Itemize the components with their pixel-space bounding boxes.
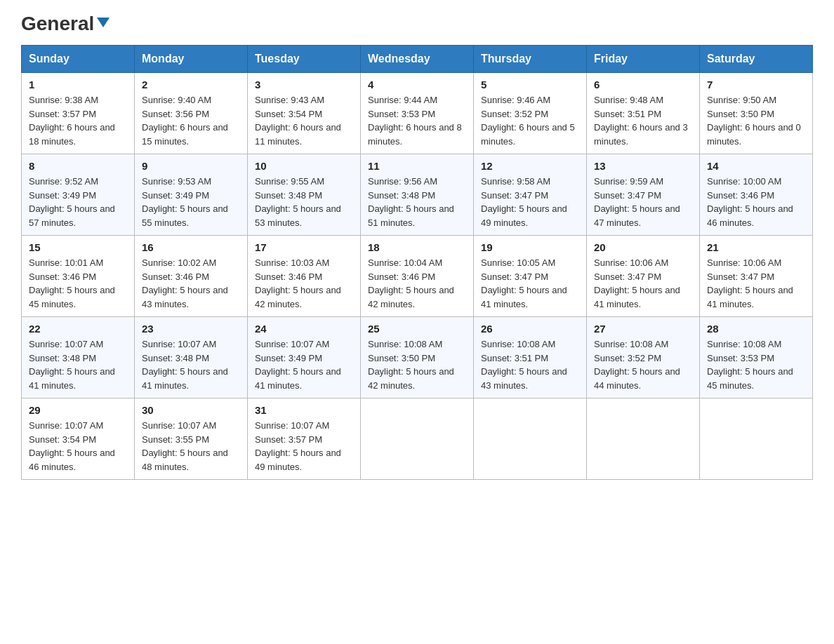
calendar-cell: 17 Sunrise: 10:03 AM Sunset: 3:46 PM Day… [248,236,361,317]
calendar-cell: 28 Sunrise: 10:08 AM Sunset: 3:53 PM Day… [700,317,813,398]
calendar-week-row: 29 Sunrise: 10:07 AM Sunset: 3:54 PM Day… [22,398,813,480]
day-info: Sunrise: 10:08 AM Sunset: 3:53 PM Daylig… [707,337,805,392]
day-number: 30 [142,404,240,416]
day-number: 22 [29,323,127,335]
day-number: 1 [29,79,127,90]
logo-general: General [21,14,94,34]
calendar-cell: 31 Sunrise: 10:07 AM Sunset: 3:57 PM Day… [248,398,361,480]
calendar-week-row: 1 Sunrise: 9:38 AM Sunset: 3:57 PM Dayli… [22,73,813,154]
day-info: Sunrise: 9:56 AM Sunset: 3:48 PM Dayligh… [368,175,466,229]
day-number: 17 [255,241,353,253]
day-info: Sunrise: 9:55 AM Sunset: 3:48 PM Dayligh… [255,175,353,229]
calendar-cell: 13 Sunrise: 9:59 AM Sunset: 3:47 PM Dayl… [587,154,700,236]
day-info: Sunrise: 10:08 AM Sunset: 3:51 PM Daylig… [481,337,579,392]
day-number: 15 [29,241,127,253]
day-number: 31 [255,404,353,416]
day-number: 11 [368,160,466,172]
day-info: Sunrise: 10:07 AM Sunset: 3:48 PM Daylig… [29,337,127,392]
header-friday: Friday [587,46,700,73]
day-number: 6 [594,79,692,90]
day-number: 9 [142,160,240,172]
day-number: 18 [368,241,466,253]
day-number: 5 [481,79,579,90]
day-number: 25 [368,323,466,335]
page-header: General [21,14,813,31]
calendar-cell: 1 Sunrise: 9:38 AM Sunset: 3:57 PM Dayli… [22,73,135,154]
day-info: Sunrise: 9:59 AM Sunset: 3:47 PM Dayligh… [594,175,692,229]
day-number: 7 [707,79,805,90]
day-info: Sunrise: 10:06 AM Sunset: 3:47 PM Daylig… [594,256,692,311]
day-number: 2 [142,79,240,90]
day-info: Sunrise: 10:07 AM Sunset: 3:54 PM Daylig… [29,419,127,474]
day-info: Sunrise: 9:46 AM Sunset: 3:52 PM Dayligh… [481,93,579,148]
calendar-header-row: SundayMondayTuesdayWednesdayThursdayFrid… [22,46,813,73]
day-info: Sunrise: 10:07 AM Sunset: 3:57 PM Daylig… [255,419,353,474]
calendar-cell: 24 Sunrise: 10:07 AM Sunset: 3:49 PM Day… [248,317,361,398]
day-info: Sunrise: 9:48 AM Sunset: 3:51 PM Dayligh… [594,93,692,148]
day-number: 20 [594,241,692,253]
calendar-cell: 25 Sunrise: 10:08 AM Sunset: 3:50 PM Day… [361,317,474,398]
day-number: 19 [481,241,579,253]
calendar-cell: 6 Sunrise: 9:48 AM Sunset: 3:51 PM Dayli… [587,73,700,154]
day-info: Sunrise: 10:07 AM Sunset: 3:48 PM Daylig… [142,337,240,392]
day-number: 24 [255,323,353,335]
day-info: Sunrise: 9:50 AM Sunset: 3:50 PM Dayligh… [707,93,805,148]
day-number: 4 [368,79,466,90]
day-info: Sunrise: 10:03 AM Sunset: 3:46 PM Daylig… [255,256,353,311]
day-info: Sunrise: 9:38 AM Sunset: 3:57 PM Dayligh… [29,93,127,148]
day-number: 13 [594,160,692,172]
day-info: Sunrise: 9:44 AM Sunset: 3:53 PM Dayligh… [368,93,466,148]
day-info: Sunrise: 10:05 AM Sunset: 3:47 PM Daylig… [481,256,579,311]
header-thursday: Thursday [474,46,587,73]
day-number: 14 [707,160,805,172]
day-info: Sunrise: 9:58 AM Sunset: 3:47 PM Dayligh… [481,175,579,229]
calendar-cell: 29 Sunrise: 10:07 AM Sunset: 3:54 PM Day… [22,398,135,480]
day-number: 8 [29,160,127,172]
calendar-cell: 26 Sunrise: 10:08 AM Sunset: 3:51 PM Day… [474,317,587,398]
day-info: Sunrise: 10:07 AM Sunset: 3:55 PM Daylig… [142,419,240,474]
calendar-cell: 2 Sunrise: 9:40 AM Sunset: 3:56 PM Dayli… [135,73,248,154]
calendar-cell: 23 Sunrise: 10:07 AM Sunset: 3:48 PM Day… [135,317,248,398]
day-info: Sunrise: 9:43 AM Sunset: 3:54 PM Dayligh… [255,93,353,148]
day-number: 29 [29,404,127,416]
header-saturday: Saturday [700,46,813,73]
day-number: 21 [707,241,805,253]
logo: General [21,14,111,31]
calendar-cell: 18 Sunrise: 10:04 AM Sunset: 3:46 PM Day… [361,236,474,317]
day-info: Sunrise: 10:01 AM Sunset: 3:46 PM Daylig… [29,256,127,311]
calendar-cell: 3 Sunrise: 9:43 AM Sunset: 3:54 PM Dayli… [248,73,361,154]
day-number: 23 [142,323,240,335]
day-info: Sunrise: 10:02 AM Sunset: 3:46 PM Daylig… [142,256,240,311]
day-info: Sunrise: 10:07 AM Sunset: 3:49 PM Daylig… [255,337,353,392]
calendar-cell: 19 Sunrise: 10:05 AM Sunset: 3:47 PM Day… [474,236,587,317]
calendar-week-row: 8 Sunrise: 9:52 AM Sunset: 3:49 PM Dayli… [22,154,813,236]
calendar-cell: 15 Sunrise: 10:01 AM Sunset: 3:46 PM Day… [22,236,135,317]
day-info: Sunrise: 10:08 AM Sunset: 3:52 PM Daylig… [594,337,692,392]
day-number: 12 [481,160,579,172]
calendar-cell: 30 Sunrise: 10:07 AM Sunset: 3:55 PM Day… [135,398,248,480]
calendar-cell: 22 Sunrise: 10:07 AM Sunset: 3:48 PM Day… [22,317,135,398]
calendar-cell: 12 Sunrise: 9:58 AM Sunset: 3:47 PM Dayl… [474,154,587,236]
day-info: Sunrise: 10:00 AM Sunset: 3:46 PM Daylig… [707,175,805,229]
day-number: 26 [481,323,579,335]
svg-marker-0 [97,18,110,27]
day-info: Sunrise: 9:40 AM Sunset: 3:56 PM Dayligh… [142,93,240,148]
day-number: 27 [594,323,692,335]
day-info: Sunrise: 9:52 AM Sunset: 3:49 PM Dayligh… [29,175,127,229]
calendar-cell: 16 Sunrise: 10:02 AM Sunset: 3:46 PM Day… [135,236,248,317]
day-number: 28 [707,323,805,335]
calendar-cell: 5 Sunrise: 9:46 AM Sunset: 3:52 PM Dayli… [474,73,587,154]
calendar-cell: 27 Sunrise: 10:08 AM Sunset: 3:52 PM Day… [587,317,700,398]
day-info: Sunrise: 10:04 AM Sunset: 3:46 PM Daylig… [368,256,466,311]
calendar-cell: 4 Sunrise: 9:44 AM Sunset: 3:53 PM Dayli… [361,73,474,154]
calendar-table: SundayMondayTuesdayWednesdayThursdayFrid… [21,45,813,480]
calendar-cell [361,398,474,480]
calendar-week-row: 15 Sunrise: 10:01 AM Sunset: 3:46 PM Day… [22,236,813,317]
calendar-cell [587,398,700,480]
calendar-cell [474,398,587,480]
day-number: 3 [255,79,353,90]
calendar-cell: 8 Sunrise: 9:52 AM Sunset: 3:49 PM Dayli… [22,154,135,236]
calendar-cell: 14 Sunrise: 10:00 AM Sunset: 3:46 PM Day… [700,154,813,236]
header-sunday: Sunday [22,46,135,73]
day-info: Sunrise: 10:08 AM Sunset: 3:50 PM Daylig… [368,337,466,392]
